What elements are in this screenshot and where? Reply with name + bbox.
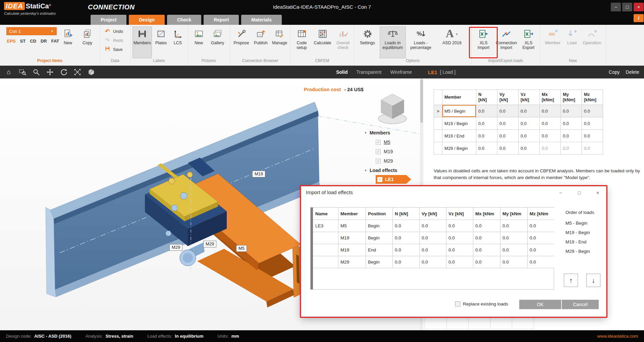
zoom-window-icon[interactable]	[18, 68, 26, 76]
col-header-vz: Vz[kN]	[519, 90, 539, 105]
table-cell[interactable]: 0.0	[476, 142, 497, 154]
checkbox-m29[interactable]: ✓	[376, 159, 381, 164]
new-member-button[interactable]: Member	[543, 26, 563, 58]
table-cell[interactable]: M5 / Begin	[442, 105, 476, 117]
tab-report[interactable]: Report	[204, 15, 239, 25]
loads-percentage-label: Loads - percentage	[408, 41, 434, 50]
display-mode-wireframe[interactable]: Wireframe	[390, 69, 412, 75]
loads-in-equilibrium-button[interactable]: Loads in equilibrium	[380, 26, 406, 58]
window-close-button[interactable]: ×	[634, 3, 644, 11]
table-cell[interactable]: 0.0	[561, 117, 582, 129]
table-cell[interactable]: 0.0	[582, 117, 603, 129]
table-cell[interactable]: 0.0	[540, 105, 560, 117]
xls-export-button[interactable]: XLS Export	[519, 26, 538, 58]
new-picture-button[interactable]: New	[191, 26, 207, 58]
delete-load-button[interactable]: Delete	[626, 69, 639, 75]
table-cell[interactable]: 0.0	[497, 105, 518, 117]
table-cell[interactable]: 0.0	[561, 105, 582, 117]
tab-project[interactable]: Project	[91, 15, 126, 25]
tree-item-le1[interactable]: ✓ LE1	[376, 175, 411, 184]
info-button[interactable]: i	[634, 14, 644, 22]
display-mode-solid[interactable]: Solid	[336, 69, 347, 75]
pan-icon[interactable]	[46, 68, 54, 76]
new-operation-button[interactable]: Operation	[581, 26, 603, 58]
gallery-button[interactable]: Gallery	[208, 26, 227, 58]
design-code-label: Design code:	[6, 334, 32, 339]
table-cell[interactable]: 0.0	[519, 130, 539, 142]
propose-button[interactable]: Propose	[232, 26, 251, 58]
table-cell[interactable]: 0.0	[497, 130, 518, 142]
flag-cd: CD	[30, 39, 36, 44]
tab-check[interactable]: Check	[167, 15, 201, 25]
project-item-selector[interactable]: Con 1 ▼	[6, 27, 57, 35]
publish-button[interactable]: Publish	[252, 26, 270, 58]
overall-check-button[interactable]: Overall check	[334, 26, 353, 58]
checkbox-le1[interactable]: ✓	[377, 177, 382, 182]
loads-percentage-button[interactable]: % Loads - percentage	[408, 26, 434, 58]
undo-icon: ↶	[104, 28, 111, 35]
copy-project-item-button[interactable]: Copy	[79, 26, 96, 58]
tree-item-m5[interactable]: ✓ M5	[364, 137, 420, 147]
tree-item-m29-label[interactable]: M29	[384, 158, 393, 164]
group-label-cbfem: CBFEM	[290, 58, 354, 65]
zoom-icon[interactable]	[32, 68, 40, 76]
overall-check-icon	[338, 28, 348, 40]
table-cell[interactable]: 0.0	[476, 105, 497, 117]
checkbox-m5[interactable]: ✓	[376, 140, 381, 145]
table-cell[interactable]: 0.0	[582, 105, 603, 117]
tree-item-m29[interactable]: ✓ M29	[364, 156, 420, 166]
table-cell[interactable]: 0.0	[476, 130, 497, 142]
display-mode-transparent[interactable]: Transparent	[356, 69, 381, 75]
redo-button[interactable]: ↷Redo	[104, 37, 123, 44]
manage-label: Manage	[272, 41, 287, 45]
col-header-member: Member	[442, 90, 476, 105]
save-button[interactable]: Save	[104, 46, 123, 53]
rotate-view-icon[interactable]	[60, 68, 68, 76]
design-code-value: AISC - ASD (2016)	[34, 334, 71, 339]
solid-view-cube-icon[interactable]	[87, 68, 95, 76]
table-cell[interactable]: 0.0	[476, 117, 497, 129]
new-project-item-button[interactable]: New	[59, 26, 77, 58]
xls-export-label: XLS Export	[519, 41, 538, 50]
table-cell[interactable]: 0.0	[540, 130, 560, 142]
members-labels-button[interactable]: Members	[132, 26, 152, 58]
tab-design[interactable]: Design	[129, 15, 165, 25]
code-setup-button[interactable]: Code setup	[292, 26, 312, 58]
zoom-fit-icon[interactable]	[73, 68, 82, 76]
table-cell[interactable]: 0.0	[497, 117, 518, 129]
settings-button[interactable]: Settings	[358, 26, 378, 58]
connection-import-button[interactable]: Connection Import	[495, 26, 518, 58]
window-maximize-button[interactable]: □	[622, 3, 632, 11]
new-load-button[interactable]: Load	[564, 26, 580, 58]
website-link[interactable]: www.ideastatica.com	[597, 334, 638, 339]
panel-scrollbar-thumb[interactable]	[420, 79, 423, 123]
table-cell[interactable]: 0.0	[519, 117, 539, 129]
table-cell[interactable]: 0.0	[519, 142, 539, 154]
table-cell[interactable]: 0.0	[582, 130, 603, 142]
tree-item-m5-label[interactable]: M5	[384, 139, 390, 145]
table-cell[interactable]: M19 / Begin	[442, 117, 476, 129]
table-cell[interactable]: 0.0	[561, 130, 582, 142]
percentage-icon: %	[416, 28, 426, 40]
undo-button[interactable]: ↶Undo	[104, 27, 123, 35]
copy-load-button[interactable]: Copy	[609, 69, 620, 75]
calculate-button[interactable]: Calculate	[312, 26, 333, 58]
tree-item-m19-label[interactable]: M19	[384, 149, 393, 154]
checkbox-m19[interactable]: ✓	[376, 149, 381, 154]
tree-item-m19[interactable]: ✓ M19	[364, 147, 420, 156]
tree-group-members[interactable]: ▼ Members	[364, 128, 420, 137]
table-cell[interactable]: 0.0	[540, 117, 560, 129]
tab-materials[interactable]: Materials	[241, 15, 282, 25]
design-code-button[interactable]: A▼ ASD 2016	[436, 26, 468, 58]
tree-group-load-effects[interactable]: ▼ Load effects	[364, 166, 420, 175]
manage-button[interactable]: Manage	[271, 26, 289, 58]
view-cube[interactable]	[376, 92, 409, 127]
table-cell[interactable]: 0.0	[519, 105, 539, 117]
window-minimize-button[interactable]: −	[611, 3, 621, 11]
table-cell[interactable]: 0.0	[497, 142, 518, 154]
plates-labels-button[interactable]: Plates	[153, 26, 169, 58]
lcs-labels-button[interactable]: LCS	[170, 26, 185, 58]
home-view-icon[interactable]: ⌂	[5, 68, 13, 76]
table-cell[interactable]: M19 / End	[442, 130, 476, 142]
table-cell[interactable]: M29 / Begin	[442, 142, 476, 154]
